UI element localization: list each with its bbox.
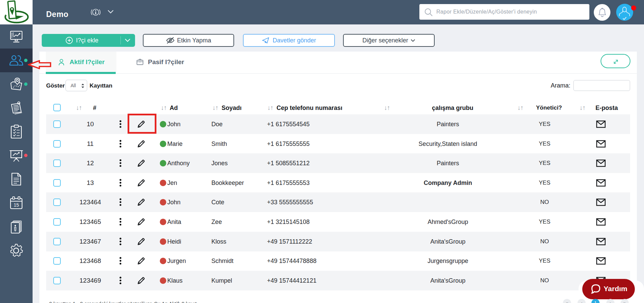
svg-text:15: 15 bbox=[14, 202, 19, 208]
